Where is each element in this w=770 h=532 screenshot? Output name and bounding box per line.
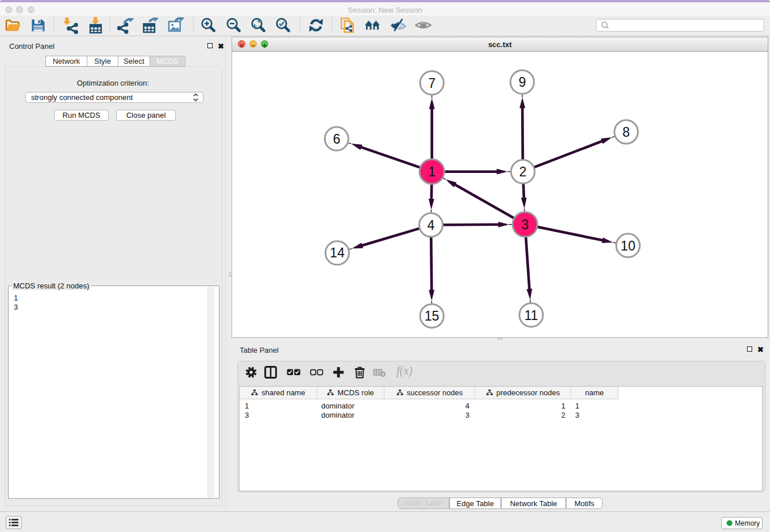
svg-text:2: 2 — [519, 164, 527, 179]
svg-text:15: 15 — [425, 309, 440, 323]
svg-text:10: 10 — [621, 238, 636, 253]
svg-text:8: 8 — [622, 125, 630, 140]
svg-text:11: 11 — [524, 308, 538, 323]
svg-text:3: 3 — [521, 217, 529, 232]
svg-text:9: 9 — [518, 75, 526, 90]
svg-text:7: 7 — [428, 76, 436, 91]
svg-text:4: 4 — [428, 218, 435, 233]
svg-text:6: 6 — [333, 132, 340, 147]
svg-text:14: 14 — [330, 245, 345, 260]
svg-text:1: 1 — [428, 164, 436, 179]
